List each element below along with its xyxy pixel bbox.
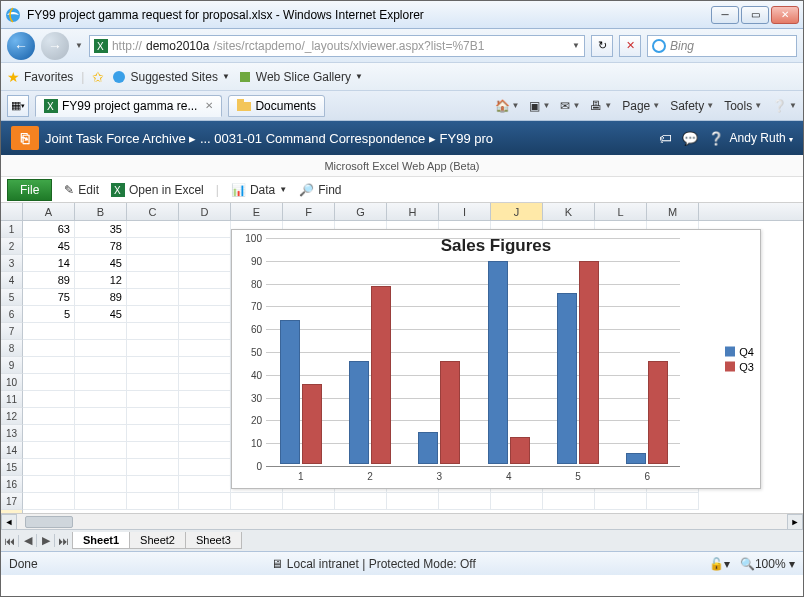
row-header-1[interactable]: 1 bbox=[1, 221, 23, 238]
cell[interactable] bbox=[127, 323, 179, 340]
close-button[interactable]: ✕ bbox=[771, 6, 799, 24]
cell[interactable] bbox=[75, 357, 127, 374]
col-I[interactable]: I bbox=[439, 203, 491, 220]
cell[interactable] bbox=[75, 374, 127, 391]
forward-button[interactable]: → bbox=[41, 32, 69, 60]
cell[interactable]: 14 bbox=[23, 255, 75, 272]
cell[interactable] bbox=[179, 493, 231, 510]
cell[interactable] bbox=[127, 476, 179, 493]
row-header-17[interactable]: 17 bbox=[1, 493, 23, 510]
cell[interactable] bbox=[179, 442, 231, 459]
cell[interactable] bbox=[127, 391, 179, 408]
row-header-11[interactable]: 11 bbox=[1, 391, 23, 408]
cell[interactable] bbox=[179, 255, 231, 272]
cell[interactable] bbox=[179, 340, 231, 357]
scroll-thumb[interactable] bbox=[25, 516, 73, 528]
row-header-14[interactable]: 14 bbox=[1, 442, 23, 459]
cell[interactable] bbox=[491, 493, 543, 510]
row-header-12[interactable]: 12 bbox=[1, 408, 23, 425]
horizontal-scrollbar[interactable]: ◄ ► bbox=[1, 513, 803, 529]
prev-sheet-button[interactable]: ◀ bbox=[19, 534, 37, 547]
help-icon[interactable]: ❔ bbox=[708, 131, 724, 146]
maximize-button[interactable]: ▭ bbox=[741, 6, 769, 24]
cell[interactable] bbox=[127, 255, 179, 272]
cell[interactable] bbox=[231, 493, 283, 510]
cell[interactable]: 12 bbox=[75, 272, 127, 289]
web-slice-link[interactable]: Web Slice Gallery▼ bbox=[238, 70, 363, 84]
cell[interactable] bbox=[179, 306, 231, 323]
help-button[interactable]: ❔▼ bbox=[772, 99, 797, 113]
row-header-2[interactable]: 2 bbox=[1, 238, 23, 255]
cell[interactable] bbox=[387, 493, 439, 510]
dropdown-icon[interactable]: ▼ bbox=[75, 41, 83, 50]
grid[interactable]: A B C D E F G H I J K L M 16335245783144… bbox=[1, 203, 803, 513]
cell[interactable] bbox=[23, 459, 75, 476]
col-B[interactable]: B bbox=[75, 203, 127, 220]
col-H[interactable]: H bbox=[387, 203, 439, 220]
cell[interactable]: 63 bbox=[23, 221, 75, 238]
tab-fy99[interactable]: X FY99 project gamma re...✕ bbox=[35, 95, 222, 117]
cell[interactable] bbox=[23, 374, 75, 391]
cell[interactable] bbox=[439, 493, 491, 510]
open-in-excel-button[interactable]: XOpen in Excel bbox=[111, 183, 204, 197]
cell[interactable] bbox=[179, 272, 231, 289]
cell[interactable] bbox=[23, 425, 75, 442]
cell[interactable] bbox=[75, 425, 127, 442]
cell[interactable] bbox=[23, 391, 75, 408]
safety-menu[interactable]: Safety▼ bbox=[670, 99, 714, 113]
cell[interactable] bbox=[127, 357, 179, 374]
chart[interactable]: Sales Figures 01020304050607080901001234… bbox=[231, 229, 761, 489]
last-sheet-button[interactable]: ⏭ bbox=[55, 535, 73, 547]
tag-icon[interactable]: 🏷 bbox=[659, 131, 672, 146]
cell[interactable] bbox=[179, 357, 231, 374]
cell[interactable] bbox=[75, 408, 127, 425]
refresh-button[interactable]: ↻ bbox=[591, 35, 613, 57]
notes-icon[interactable]: 💬 bbox=[682, 131, 698, 146]
edit-button[interactable]: ✎Edit bbox=[64, 183, 99, 197]
address-bar[interactable]: X http://demo2010a/sites/rctapdemo/_layo… bbox=[89, 35, 585, 57]
cell[interactable] bbox=[127, 459, 179, 476]
cell[interactable] bbox=[283, 493, 335, 510]
col-E[interactable]: E bbox=[231, 203, 283, 220]
cell[interactable] bbox=[75, 493, 127, 510]
cell[interactable] bbox=[23, 323, 75, 340]
cell[interactable] bbox=[23, 442, 75, 459]
cell[interactable]: 35 bbox=[75, 221, 127, 238]
cell[interactable] bbox=[179, 323, 231, 340]
col-J[interactable]: J bbox=[491, 203, 543, 220]
cell[interactable] bbox=[179, 391, 231, 408]
row-header-10[interactable]: 10 bbox=[1, 374, 23, 391]
cell[interactable] bbox=[23, 340, 75, 357]
cell[interactable] bbox=[179, 289, 231, 306]
cell[interactable] bbox=[75, 459, 127, 476]
scroll-right-button[interactable]: ► bbox=[787, 514, 803, 530]
cell[interactable] bbox=[23, 493, 75, 510]
cell[interactable] bbox=[75, 476, 127, 493]
zoom-button[interactable]: 🔍100% ▾ bbox=[740, 557, 795, 571]
col-M[interactable]: M bbox=[647, 203, 699, 220]
cell[interactable]: 78 bbox=[75, 238, 127, 255]
cell[interactable] bbox=[179, 476, 231, 493]
cell[interactable] bbox=[179, 238, 231, 255]
tab-documents[interactable]: Documents bbox=[228, 95, 325, 117]
cell[interactable]: 89 bbox=[23, 272, 75, 289]
user-menu[interactable]: Andy Ruth ▾ bbox=[730, 131, 793, 145]
print-button[interactable]: 🖶▼ bbox=[590, 99, 612, 113]
search-box[interactable]: Bing bbox=[647, 35, 797, 57]
col-G[interactable]: G bbox=[335, 203, 387, 220]
cell[interactable] bbox=[75, 442, 127, 459]
crumb-1[interactable]: Joint Task Force Archive bbox=[45, 131, 186, 146]
cell[interactable]: 45 bbox=[75, 306, 127, 323]
favorites-button[interactable]: ★Favorites bbox=[7, 69, 73, 85]
row-header-5[interactable]: 5 bbox=[1, 289, 23, 306]
cell[interactable] bbox=[127, 425, 179, 442]
row-header-15[interactable]: 15 bbox=[1, 459, 23, 476]
row-header-4[interactable]: 4 bbox=[1, 272, 23, 289]
row-header-9[interactable]: 9 bbox=[1, 357, 23, 374]
sheet-tab-2[interactable]: Sheet2 bbox=[129, 532, 186, 549]
cell[interactable] bbox=[543, 493, 595, 510]
row-header-6[interactable]: 6 bbox=[1, 306, 23, 323]
row-header-7[interactable]: 7 bbox=[1, 323, 23, 340]
next-sheet-button[interactable]: ▶ bbox=[37, 534, 55, 547]
cell[interactable] bbox=[179, 459, 231, 476]
